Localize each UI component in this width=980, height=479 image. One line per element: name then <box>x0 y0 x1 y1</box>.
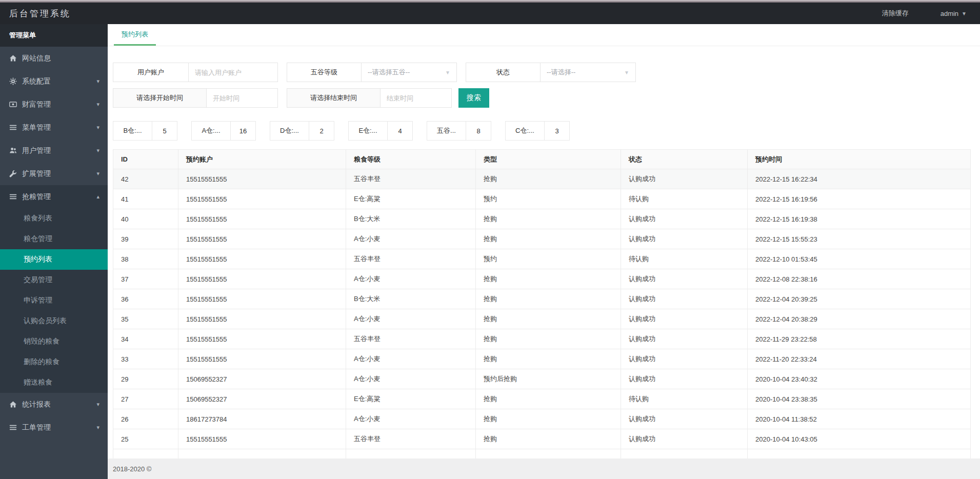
sidebar-item-gift-grain[interactable]: 赠送粮食 <box>0 372 108 393</box>
table-row: 4215515551555五谷丰登抢购认购成功2022-12-15 16:22:… <box>113 169 971 189</box>
start-time-group: 请选择开始时间 <box>113 88 278 108</box>
table-cell: A仓:小麦 <box>346 309 476 329</box>
table-cell: 15069552327 <box>178 389 346 409</box>
account-input[interactable] <box>189 63 277 82</box>
counter-value: 3 <box>545 122 569 140</box>
app-title: 后台管理系统 <box>9 8 71 19</box>
search-button[interactable]: 搜索 <box>458 88 489 108</box>
table-header-row: ID预约账户粮食等级类型状态预约时间 <box>113 150 971 169</box>
topbar: 后台管理系统 清除缓存 admin ▼ <box>0 3 980 24</box>
table-cell: 认购成功 <box>621 229 748 249</box>
sidebar-item-grain-list[interactable]: 粮食列表 <box>0 208 108 229</box>
table-cell: 2020-10-04 23:40:32 <box>748 369 971 389</box>
tab-reservation-list[interactable]: 预约列表 <box>114 24 156 46</box>
column-header: 预约时间 <box>748 150 971 169</box>
table-cell: 2020-10-04 10:43:05 <box>748 429 971 449</box>
sidebar-item-work-order-management[interactable]: 工单管理 ▾ <box>0 416 108 439</box>
table-cell: 37 <box>113 269 178 289</box>
grain-level-select-value: --请选择五谷-- <box>368 68 410 77</box>
table-cell: 2020-10-04 11:38:52 <box>748 409 971 429</box>
table-row: 3815515551555五谷丰登预约待认购2022-12-10 01:53:4… <box>113 249 971 269</box>
counter-value: 16 <box>231 122 255 140</box>
sidebar-item-statistics-report[interactable]: 统计报表 ▾ <box>0 393 108 416</box>
table-cell: 五谷丰登 <box>346 249 476 269</box>
caret-up-icon: ▴ <box>96 193 99 200</box>
sidebar-item-extension-management[interactable]: 扩展管理 ▾ <box>0 162 108 185</box>
sidebar: 管理菜单 网站信息 系统配置 ▾ 财富管理 ▾ 菜单管理 ▾ 用户管理 ▾ 扩展… <box>0 24 108 479</box>
table-cell: 34 <box>113 329 178 349</box>
table-row: 3615515551555B仓:大米抢购认购成功2022-12-04 20:39… <box>113 289 971 309</box>
table-row-partial <box>113 449 971 459</box>
column-header: 类型 <box>476 150 621 169</box>
table-row: 2515515551555五谷丰登抢购认购成功2020-10-04 10:43:… <box>113 429 971 449</box>
table-cell: 15515551555 <box>178 429 346 449</box>
sidebar-section-grain-grab-management: 抢粮管理 ▴ 粮食列表 粮仓管理 预约列表 交易管理 申诉管理 认购会员列表 销… <box>0 185 108 393</box>
grain-level-select[interactable]: --请选择五谷-- ▼ <box>362 63 456 82</box>
caret-down-icon: ▼ <box>445 70 450 75</box>
table-cell: 认购成功 <box>621 289 748 309</box>
sidebar-item-appeal-management[interactable]: 申诉管理 <box>0 290 108 311</box>
column-header: 预约账户 <box>178 150 346 169</box>
table-cell: 抢购 <box>476 329 621 349</box>
caret-down-icon: ▾ <box>96 147 99 154</box>
sidebar-item-system-config[interactable]: 系统配置 ▾ <box>0 70 108 93</box>
end-time-input[interactable] <box>381 89 451 107</box>
sidebar-item-user-management[interactable]: 用户管理 ▾ <box>0 139 108 162</box>
table-body: 4215515551555五谷丰登抢购认购成功2022-12-15 16:22:… <box>113 169 971 459</box>
user-menu[interactable]: admin ▼ <box>941 10 967 17</box>
sidebar-item-subscription-member-list[interactable]: 认购会员列表 <box>0 311 108 331</box>
counter-badge: E仓:... 4 <box>348 121 413 141</box>
main-area: 预约列表 用户账户 五谷等级 --请选择五谷-- ▼ 状态 <box>108 24 980 479</box>
copyright-text: 2018-2020 © <box>113 465 151 473</box>
table-cell: A仓:小麦 <box>346 269 476 289</box>
content: 用户账户 五谷等级 --请选择五谷-- ▼ 状态 --请选择-- ▼ <box>108 46 980 458</box>
table-cell: 36 <box>113 289 178 309</box>
table-cell: 2022-12-04 20:38:29 <box>748 309 971 329</box>
sidebar-item-reservation-list[interactable]: 预约列表 <box>0 249 108 270</box>
table-cell <box>113 449 178 459</box>
table-cell: E仓:高粱 <box>346 189 476 209</box>
counter-label: A仓:... <box>192 122 231 140</box>
home-icon <box>9 54 17 62</box>
table-cell <box>748 449 971 459</box>
table-cell: 15069552327 <box>178 369 346 389</box>
table-cell: 27 <box>113 389 178 409</box>
clear-cache-button[interactable]: 清除缓存 <box>882 9 909 18</box>
sidebar-item-wealth-management[interactable]: 财富管理 ▾ <box>0 93 108 116</box>
table-cell: 25 <box>113 429 178 449</box>
table-cell: 认购成功 <box>621 329 748 349</box>
sidebar-item-deleted-grain[interactable]: 删除的粮食 <box>0 352 108 372</box>
table-cell: 2022-12-15 16:19:56 <box>748 189 971 209</box>
start-time-input[interactable] <box>207 89 277 107</box>
table-cell <box>621 449 748 459</box>
column-header: 状态 <box>621 150 748 169</box>
table-row: 2618617273784A仓:小麦抢购认购成功2020-10-04 11:38… <box>113 409 971 429</box>
grain-level-filter-group: 五谷等级 --请选择五谷-- ▼ <box>287 63 457 82</box>
status-select[interactable]: --请选择-- ▼ <box>541 63 635 82</box>
table-cell <box>178 449 346 459</box>
caret-down-icon: ▾ <box>96 424 99 431</box>
sidebar-item-site-info[interactable]: 网站信息 <box>0 47 108 70</box>
sidebar-item-granary-management[interactable]: 粮仓管理 <box>0 229 108 249</box>
table-row: 3515515551555A仓:小麦抢购认购成功2022-12-04 20:38… <box>113 309 971 329</box>
table-cell: 抢购 <box>476 269 621 289</box>
table-cell: 42 <box>113 169 178 189</box>
home-icon <box>9 401 17 408</box>
table-cell: 认购成功 <box>621 269 748 289</box>
table-cell: E仓:高粱 <box>346 389 476 409</box>
table-cell: 15515551555 <box>178 249 346 269</box>
table-cell: 认购成功 <box>621 209 748 229</box>
list-icon <box>9 193 17 201</box>
sidebar-item-trade-management[interactable]: 交易管理 <box>0 270 108 290</box>
counter-value: 4 <box>388 122 412 140</box>
sidebar-item-destroyed-grain[interactable]: 销毁的粮食 <box>0 331 108 352</box>
table-row: 2915069552327A仓:小麦预约后抢购认购成功2020-10-04 23… <box>113 369 971 389</box>
table-cell: A仓:小麦 <box>346 349 476 369</box>
sidebar-item-grain-grab-management[interactable]: 抢粮管理 ▴ <box>0 185 108 208</box>
account-filter-group: 用户账户 <box>113 63 278 82</box>
sidebar-item-menu-management[interactable]: 菜单管理 ▾ <box>0 116 108 139</box>
table-cell: 15515551555 <box>178 329 346 349</box>
filter-row-2: 请选择开始时间 请选择结束时间 搜索 <box>113 88 971 108</box>
table-cell: 15515551555 <box>178 269 346 289</box>
table-cell: 预约后抢购 <box>476 369 621 389</box>
